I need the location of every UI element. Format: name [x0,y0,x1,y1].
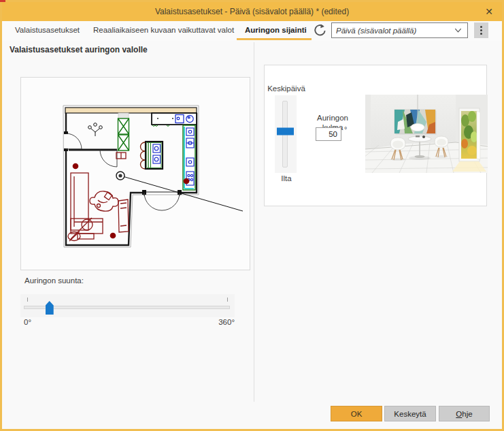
help-button[interactable]: Ohje [439,406,490,421]
column-divider [254,42,254,402]
sun-direction-track[interactable] [24,306,230,309]
top-wall [65,108,197,113]
sun-angle-input[interactable] [316,127,341,141]
screen-artifact [0,0,5,2]
tab-reaaliaikaiset-valot[interactable]: Reaaliaikaiseen kuvaan vaikuttavat valot [93,26,234,34]
sun-angle-unit: ° [344,125,347,133]
title-bar: Valaistusasetukset - Päivä (sisävalot pä… [2,2,502,21]
section-title: Valaistusasetukset auringon valolle [10,45,148,54]
sun-direction-slider[interactable] [20,294,235,317]
sun-position-symbol[interactable] [116,172,124,180]
sun-direction-thumb[interactable] [46,301,54,315]
bar-stools [141,142,145,169]
slider-tick-max [227,298,228,302]
scale-min-label: 0° [24,318,31,326]
ok-button[interactable]: OK [331,406,382,421]
room-render-preview [365,95,488,173]
cancel-button[interactable]: Keskeytä [384,406,436,421]
tab-auringon-sijainti[interactable]: Auringon sijainti [245,26,307,34]
garden-door [459,108,480,161]
noon-label: Keskipäivä [265,84,307,93]
refresh-icon[interactable] [312,23,327,38]
kitchen-counter-top [152,113,197,127]
sun-direction-label: Auringon suunta: [24,276,84,285]
time-of-day-track[interactable] [282,101,288,167]
tab-valaistusasetukset[interactable]: Valaistusasetukset [15,26,80,34]
scale-max-label: 360° [207,318,235,326]
evening-label: Ilta [265,174,307,182]
active-tab-underline [237,38,312,40]
wardrobe-symbols [118,118,129,150]
dialog-frame: Valaistusasetukset - Päivä (sisävalot pä… [0,0,504,431]
floor-plan-panel [20,77,250,270]
tab-bar: Valaistusasetukset Reaaliaikaiseen kuvaa… [2,21,502,41]
time-of-day-thumb[interactable] [277,128,294,135]
preset-select-value: Päivä (sisävalot päällä) [336,27,453,35]
ceiling-lamp-symbol [88,123,103,136]
chevron-down-icon [453,25,463,35]
floor-plan-drawing [21,78,250,270]
preset-select[interactable]: Päivä (sisävalot päällä) [331,22,468,38]
time-of-day-slider[interactable] [275,95,297,173]
sun-position-panel: Keskipäivä Ilta Auringonkulma ° [264,65,487,206]
slider-tick-min [27,298,28,302]
kebab-menu-icon[interactable] [474,22,488,38]
lighting-settings-dialog: Valaistusasetukset - Päivä (sisävalot pä… [0,0,504,431]
close-icon[interactable]: ✕ [482,5,497,18]
dialog-title: Valaistusasetukset - Päivä (sisävalot pä… [155,7,349,16]
kitchen-island [141,142,163,169]
